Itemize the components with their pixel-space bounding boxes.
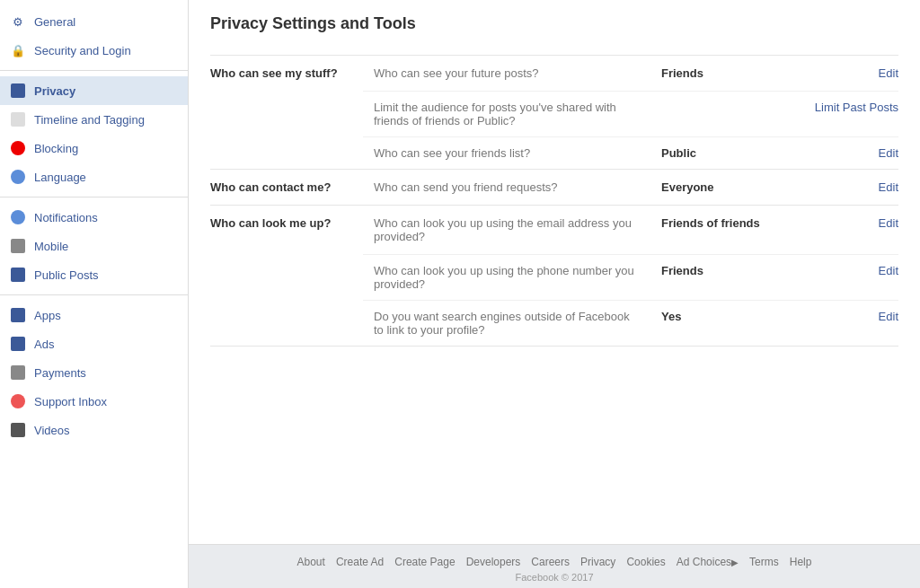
value-friends-list: Public xyxy=(650,137,785,170)
support-icon xyxy=(9,392,27,410)
page-title: Privacy Settings and Tools xyxy=(210,14,898,40)
sidebar-item-mobile[interactable]: Mobile xyxy=(0,232,188,260)
footer-copyright: Facebook © 2017 xyxy=(189,572,920,583)
section-who-contact: Who can contact me? Who can send you fri… xyxy=(210,170,898,206)
sidebar-item-apps[interactable]: Apps xyxy=(0,301,188,329)
section-header-who-contact: Who can contact me? xyxy=(210,170,363,206)
footer-link-terms[interactable]: Terms xyxy=(749,556,779,568)
footer-links: About Create Ad Create Page Developers C… xyxy=(189,556,920,568)
edit-friends-list-button[interactable]: Edit xyxy=(785,137,898,170)
value-limit-past-posts xyxy=(650,92,785,137)
sidebar-item-public-posts-label: Public Posts xyxy=(34,268,99,282)
sidebar-item-privacy-label: Privacy xyxy=(34,84,75,98)
question-future-posts: Who can see your future posts? xyxy=(363,56,650,92)
sidebar-item-payments-label: Payments xyxy=(34,366,86,380)
sidebar-item-notifications[interactable]: Notifications xyxy=(0,203,188,232)
value-search-engines: Yes xyxy=(650,301,785,347)
footer-link-about[interactable]: About xyxy=(297,556,325,568)
sidebar-item-ads[interactable]: Ads xyxy=(0,329,188,358)
question-search-engines: Do you want search engines outside of Fa… xyxy=(363,301,650,347)
question-limit-past-posts: Limit the audience for posts you've shar… xyxy=(363,92,650,137)
footer-link-careers[interactable]: Careers xyxy=(531,556,570,568)
sidebar-item-timeline-tagging[interactable]: Timeline and Tagging xyxy=(0,105,188,134)
sidebar-divider-1 xyxy=(0,70,188,71)
footer: About Create Ad Create Page Developers C… xyxy=(189,544,920,588)
ads-icon xyxy=(9,335,27,353)
section-header-who-lookup: Who can look me up? xyxy=(210,206,363,347)
sidebar-divider-3 xyxy=(0,294,188,295)
publicposts-icon xyxy=(9,266,27,284)
privacy-icon xyxy=(9,82,27,100)
gear-icon: ⚙ xyxy=(9,13,27,31)
sidebar-item-support-inbox-label: Support Inbox xyxy=(34,395,107,408)
lang-icon xyxy=(9,168,27,186)
sidebar-item-general-label: General xyxy=(34,15,75,29)
section-who-see-stuff: Who can see my stuff? Who can see your f… xyxy=(210,56,898,92)
value-friend-requests: Everyone xyxy=(650,170,785,206)
footer-link-developers[interactable]: Developers xyxy=(466,556,521,568)
section-who-lookup: Who can look me up? Who can look you up … xyxy=(210,206,898,255)
footer-link-help[interactable]: Help xyxy=(790,556,812,568)
sidebar-item-ads-label: Ads xyxy=(34,338,54,351)
question-friends-list: Who can see your friends list? xyxy=(363,137,650,170)
timeline-icon xyxy=(9,110,27,128)
sidebar-item-privacy[interactable]: Privacy xyxy=(0,76,188,105)
footer-link-create-ad[interactable]: Create Ad xyxy=(336,556,384,568)
sidebar-item-videos[interactable]: Videos xyxy=(0,416,188,444)
sidebar-item-public-posts[interactable]: Public Posts xyxy=(0,260,188,289)
sidebar-item-videos-label: Videos xyxy=(34,424,70,437)
value-lookup-phone: Friends xyxy=(650,255,785,301)
privacy-settings-table: Who can see my stuff? Who can see your f… xyxy=(210,55,898,347)
edit-future-posts-button[interactable]: Edit xyxy=(785,56,898,92)
sidebar-item-blocking[interactable]: Blocking xyxy=(0,134,188,162)
sidebar-divider-2 xyxy=(0,197,188,197)
edit-friend-requests-button[interactable]: Edit xyxy=(785,170,898,206)
sidebar-item-security-login-label: Security and Login xyxy=(34,44,131,57)
block-icon xyxy=(9,139,27,157)
edit-lookup-email-button[interactable]: Edit xyxy=(785,206,898,255)
footer-link-create-page[interactable]: Create Page xyxy=(394,556,455,568)
sidebar: ⚙ General 🔒 Security and Login Privacy T… xyxy=(0,0,189,588)
value-lookup-email: Friends of friends xyxy=(650,206,785,255)
sidebar-item-support-inbox[interactable]: Support Inbox xyxy=(0,387,188,416)
sidebar-item-security-login[interactable]: 🔒 Security and Login xyxy=(0,36,188,65)
question-friend-requests: Who can send you friend requests? xyxy=(363,170,650,206)
sidebar-item-general[interactable]: ⚙ General xyxy=(0,7,188,36)
sidebar-item-mobile-label: Mobile xyxy=(34,240,68,253)
payments-icon xyxy=(9,364,27,382)
footer-link-cookies[interactable]: Cookies xyxy=(626,556,665,568)
question-lookup-phone: Who can look you up using the phone numb… xyxy=(363,255,650,301)
mobile-icon xyxy=(9,237,27,255)
notif-icon xyxy=(9,208,27,226)
shield-icon: 🔒 xyxy=(9,41,27,59)
ad-choices-icon: ▶ xyxy=(731,557,739,567)
sidebar-item-language[interactable]: Language xyxy=(0,162,188,191)
videos-icon xyxy=(9,421,27,439)
table-bottom-border xyxy=(210,347,898,347)
footer-link-ad-choices[interactable]: Ad Choices▶ xyxy=(677,556,739,568)
main-content: Privacy Settings and Tools Who can see m… xyxy=(189,0,920,544)
limit-past-posts-button[interactable]: Limit Past Posts xyxy=(785,92,898,137)
apps-icon xyxy=(9,306,27,324)
question-lookup-email: Who can look you up using the email addr… xyxy=(363,206,650,255)
footer-link-privacy[interactable]: Privacy xyxy=(580,556,615,568)
sidebar-item-payments[interactable]: Payments xyxy=(0,358,188,387)
sidebar-item-apps-label: Apps xyxy=(34,309,61,322)
sidebar-item-language-label: Language xyxy=(34,171,86,184)
sidebar-item-notifications-label: Notifications xyxy=(34,211,98,224)
value-future-posts: Friends xyxy=(650,56,785,92)
edit-search-engines-button[interactable]: Edit xyxy=(785,301,898,347)
sidebar-item-timeline-tagging-label: Timeline and Tagging xyxy=(34,113,145,127)
sidebar-item-blocking-label: Blocking xyxy=(34,142,78,155)
edit-lookup-phone-button[interactable]: Edit xyxy=(785,255,898,301)
section-header-who-see-stuff: Who can see my stuff? xyxy=(210,56,363,170)
